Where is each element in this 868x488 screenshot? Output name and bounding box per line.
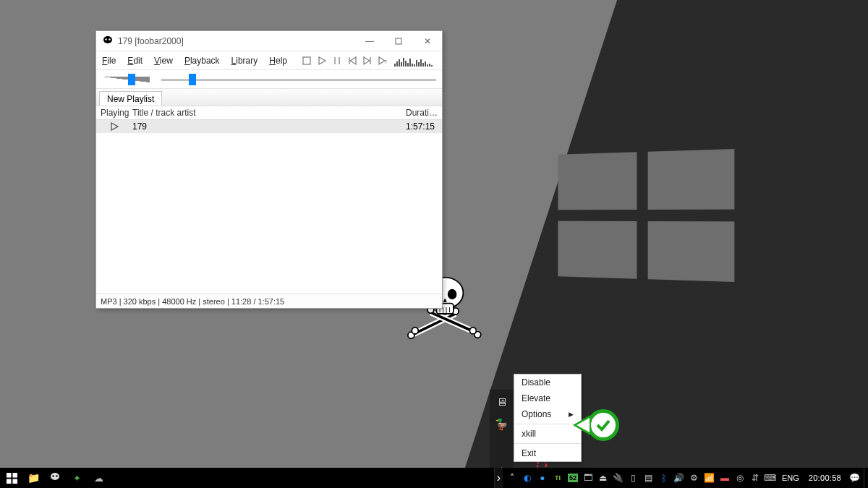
tray-battery-icon[interactable]: ▯ [627,468,640,488]
tray-bluetooth-icon[interactable]: ᛒ [658,468,671,488]
context-item-exit[interactable]: Exit [514,445,581,461]
svg-text:?: ? [384,59,387,64]
menu-edit[interactable]: Edit [122,51,148,69]
context-item-label: Disable [522,377,550,388]
tray-location-icon[interactable]: ◎ [733,468,746,488]
play-button[interactable] [315,53,329,68]
context-item-elevate[interactable]: Elevate [514,390,581,406]
context-item-options[interactable]: Options▶ [514,406,581,422]
tray-icon-1[interactable]: ◐ [521,468,534,488]
tray-icon-2[interactable]: ● [536,468,549,488]
playlist-row[interactable]: 1791:57:15 [96,120,442,133]
tray-overflow-toggle[interactable]: › [494,468,503,488]
tray-icon-3[interactable]: TI [551,468,564,488]
random-button[interactable]: ? [376,53,390,68]
start-button[interactable] [1,468,22,488]
svg-point-33 [51,473,59,480]
svg-rect-30 [12,473,17,478]
menu-help[interactable]: Help [263,51,293,69]
maximize-button[interactable] [384,31,413,51]
context-item-label: Options [522,409,551,419]
windows-logo [558,149,734,282]
col-title[interactable]: Title / track artist [132,108,406,118]
svg-point-35 [56,475,57,476]
tray-wifi-icon[interactable]: 📶 [703,468,716,488]
tray-keyboard-icon[interactable]: ⌨ [764,468,777,488]
context-item-label: xkill [522,429,536,439]
taskbar-clock[interactable]: 20:00:58 [804,474,846,482]
tray-chevron-icon[interactable]: ˄ [506,468,519,488]
menu-view[interactable]: View [148,51,179,69]
tray-icon-4[interactable]: 52 [566,468,579,488]
system-tray: ˄ ◐ ● TI 52 🗔 ⏏ 🔌 ▯ ▤ ᛒ 🔊 ⚙ 📶 ▬ ◎ ⇵ ⌨ EN… [503,468,864,488]
taskbar-app-3[interactable]: ✦ [67,468,87,488]
taskbar-app-foobar[interactable] [45,468,65,488]
stop-button[interactable] [300,53,314,68]
show-desktop-button[interactable] [864,468,868,488]
minimize-button[interactable]: — [355,31,384,51]
pause-button[interactable] [331,53,344,68]
tray-icon-6[interactable]: ▬ [718,468,731,488]
svg-rect-32 [12,479,17,484]
col-duration[interactable]: Durati… [406,108,442,118]
tray-power-icon[interactable]: 🔌 [612,468,625,488]
titlebar[interactable]: 179 [foobar2000] — ✕ [96,31,442,51]
foobar2000-window: 179 [foobar2000] — ✕ File Edit View Play… [95,30,443,309]
tray-item-1[interactable]: 🖥 [490,390,514,413]
context-item-xkill[interactable]: xkill [514,426,581,442]
playlist-tabbar[interactable]: New Playlist [96,89,442,106]
next-button[interactable] [361,53,375,68]
submenu-arrow-icon: ▶ [569,411,574,418]
status-bar: MP3 | 320 kbps | 48000 Hz | stereo | 11:… [96,294,442,308]
tray-item-2[interactable]: 🦆 [490,413,514,436]
playing-icon [96,122,132,131]
tray-hdd-icon[interactable]: ▤ [642,468,655,488]
svg-point-19 [105,38,106,40]
tray-cpu-icon[interactable]: ⚙ [688,468,701,488]
svg-rect-21 [396,38,401,44]
context-item-label: Elevate [522,393,550,403]
volume-slider[interactable] [102,74,150,85]
col-playing[interactable]: Playing [96,108,132,118]
language-indicator[interactable]: ENG [779,474,802,482]
close-button[interactable]: ✕ [413,31,442,51]
tray-usb-icon[interactable]: ⏏ [597,468,610,488]
svg-rect-29 [7,473,12,478]
svg-point-20 [109,38,110,40]
tray-context-menu: DisableElevateOptions▶xkillExit [514,374,582,462]
tray-sync-icon[interactable]: ⇵ [749,468,762,488]
seek-thumb[interactable] [189,74,196,85]
column-headers[interactable]: Playing Title / track artist Durati… [96,106,442,120]
svg-rect-31 [7,479,12,484]
tray-icon-5[interactable]: 🗔 [582,468,595,488]
playlist-tab[interactable]: New Playlist [99,91,162,106]
taskbar-app-4[interactable]: ☁ [88,468,109,488]
menu-playback[interactable]: Playback [179,51,226,69]
notifications-icon[interactable]: 💬 [848,468,861,488]
slider-bar [96,70,442,89]
svg-point-34 [52,475,54,476]
seek-slider[interactable] [161,74,436,85]
taskbar: 📁 ✦ ☁ › ˄ ◐ ● TI 52 🗔 ⏏ 🔌 ▯ ▤ ᛒ 🔊 ⚙ 📶 ▬ … [0,468,868,488]
playlist-rows[interactable]: 1791:57:15 [96,120,442,294]
row-duration: 1:57:15 [406,121,442,132]
foobar-app-icon [102,35,114,47]
menu-file[interactable]: File [96,51,122,69]
menu-library[interactable]: Library [226,51,264,69]
svg-rect-22 [303,57,310,64]
visualizer [394,55,433,67]
context-item-disable[interactable]: Disable [514,374,581,390]
window-title: 179 [foobar2000] [118,36,355,46]
taskbar-app-explorer[interactable]: 📁 [23,468,43,488]
context-item-label: Exit [522,448,536,458]
row-title: 179 [132,121,406,132]
tray-volume-icon[interactable]: 🔊 [673,468,686,488]
volume-thumb[interactable] [128,74,135,85]
menu-bar: File Edit View Playback Library Help ? [96,51,442,70]
prev-button[interactable] [346,53,359,68]
